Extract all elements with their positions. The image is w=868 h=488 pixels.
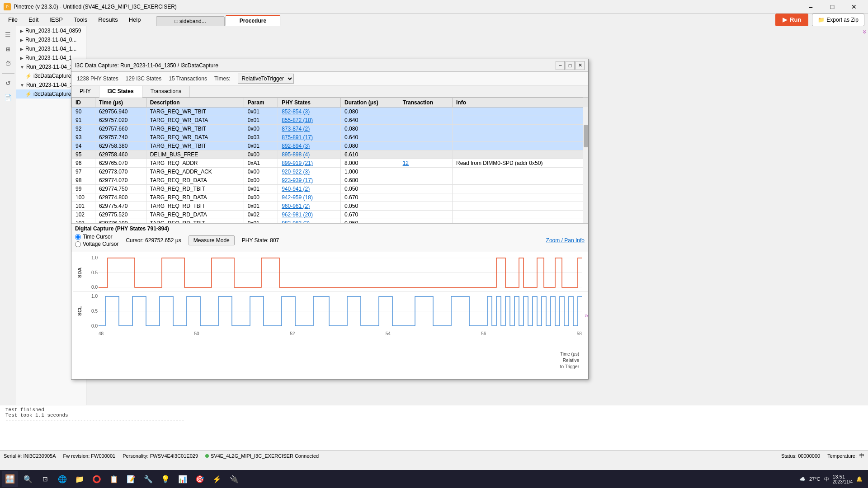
taskbar-edge[interactable]: 🌐: [54, 471, 71, 487]
taskbar-explorer[interactable]: 📁: [71, 471, 88, 487]
table-cell: 629774.800: [95, 193, 146, 202]
taskbar-app4[interactable]: 💡: [157, 471, 174, 487]
tool-refresh[interactable]: ↺: [1, 76, 15, 90]
table-cell: 0x00: [244, 168, 278, 176]
dialog-title-bar: I3C Data Capture: Run_2023-11-04_1350 / …: [86, 59, 588, 72]
start-button[interactable]: 🪟: [2, 471, 18, 487]
data-table: ID Time (μs) Description Param PHY State…: [86, 98, 588, 223]
x-tick-56: 56: [481, 331, 486, 336]
menu-help[interactable]: Help: [124, 14, 146, 25]
sidebar-label-2: Run_2023-11-04_1...: [25, 46, 76, 52]
table-cell: 0.680: [341, 176, 399, 185]
phy-link[interactable]: 895-898 (4): [282, 151, 310, 158]
dialog-minimize[interactable]: ‒: [556, 61, 565, 70]
tool-clock[interactable]: ⏱: [1, 57, 15, 70]
phy-link[interactable]: 923-939 (17): [282, 177, 313, 183]
phy-link[interactable]: 875-891 (17): [282, 134, 313, 141]
taskbar-chrome[interactable]: ⭕: [89, 471, 105, 487]
table-cell: [399, 150, 452, 159]
sidebar-item-2[interactable]: ▶ Run_2023-11-04_1...: [16, 44, 86, 53]
table-cell: [453, 176, 588, 185]
table-cell: 100: [86, 193, 95, 202]
cursor-value: Cursor: 629752.652 μs: [126, 237, 181, 244]
window-title: Pinetree (v 23.3.0) - Untitled (SV4E_4L2…: [14, 4, 177, 10]
times-select[interactable]: RelativeToTrigger: [238, 74, 294, 84]
scl-canvas[interactable]: [99, 292, 582, 330]
taskbar-app7[interactable]: ⚡: [209, 471, 225, 487]
tab-transactions[interactable]: Transactions: [142, 86, 190, 97]
phy-link[interactable]: 855-872 (18): [282, 117, 313, 123]
table-cell: 629758.460: [95, 150, 146, 159]
tool-hamburger[interactable]: ☰: [1, 28, 15, 42]
trans-link[interactable]: 12: [403, 160, 409, 166]
right-chevron-top[interactable]: »: [860, 28, 868, 36]
phy-link[interactable]: 940-941 (2): [282, 186, 310, 192]
sidebar-item-0[interactable]: ▶ Run_2023-11-04_0859: [16, 26, 86, 35]
phy-link[interactable]: 982-983 (2): [282, 220, 310, 223]
table-cell: 8.000: [341, 159, 399, 168]
dialog-maximize[interactable]: □: [566, 61, 575, 70]
time-cursor-radio[interactable]: Time Cursor: [86, 234, 118, 240]
measure-mode-button[interactable]: Measure Mode: [189, 235, 235, 245]
x-tick-52: 52: [290, 331, 295, 336]
table-cell: 0.670: [341, 211, 399, 219]
phy-link[interactable]: 892-894 (3): [282, 143, 310, 149]
taskbar-app3[interactable]: 🔧: [140, 471, 156, 487]
close-button[interactable]: ✕: [844, 0, 864, 14]
voltage-cursor-radio[interactable]: Voltage Cursor: [86, 241, 118, 247]
phy-link[interactable]: 962-981 (20): [282, 211, 313, 218]
taskbar-app5[interactable]: 📊: [175, 471, 191, 487]
tab-i3c-states[interactable]: I3C States: [99, 86, 142, 98]
tool-doc[interactable]: 📄: [1, 91, 15, 104]
phy-link[interactable]: 873-874 (2): [282, 126, 310, 132]
taskbar-right: ☁️ 27°C 中 13:51 2023/11/4 🔔: [799, 474, 866, 484]
export-button[interactable]: 📁 Export as Zip: [812, 14, 864, 26]
tab-sidebar-controller[interactable]: □ sideband...: [156, 16, 224, 26]
phy-link[interactable]: 899-919 (21): [282, 160, 313, 166]
sidebar-label-4: Run_2023-11-04_1...: [26, 64, 77, 70]
taskbar-app1[interactable]: 📋: [106, 471, 122, 487]
menu-iesp[interactable]: IESP: [45, 14, 67, 25]
taskbar-app6[interactable]: 🎯: [192, 471, 208, 487]
run-button[interactable]: ▶ Run: [775, 14, 808, 26]
maximize-button[interactable]: □: [822, 0, 843, 14]
tab-procedure[interactable]: Procedure: [226, 15, 280, 26]
tab-phy[interactable]: PHY: [86, 86, 99, 97]
sidebar-item-1[interactable]: ▶ Run_2023-11-04_0...: [16, 35, 86, 44]
table-cell: 93: [86, 133, 95, 142]
right-chevrons[interactable]: »: [585, 312, 588, 319]
taskbar-app8[interactable]: 🔌: [226, 471, 242, 487]
menu-tools[interactable]: Tools: [69, 14, 92, 25]
taskbar-app2[interactable]: 📝: [123, 471, 139, 487]
taskbar-task-view[interactable]: ⊡: [37, 471, 53, 487]
menu-results[interactable]: Results: [94, 14, 122, 25]
phy-link[interactable]: 852-854 (3): [282, 108, 310, 115]
phy-link[interactable]: 942-959 (18): [282, 194, 313, 201]
table-cell: 0.080: [341, 142, 399, 150]
left-toolbar: ☰ ⊞ ⏱ ↺ 📄: [0, 26, 16, 450]
waveform-area: SDA 1.0 0.5 0.0: [86, 252, 588, 379]
table-cell: [399, 125, 452, 133]
table-cell: TARG_REQ_WR_TBIT: [146, 108, 244, 116]
menu-file[interactable]: File: [4, 14, 22, 25]
dialog-close[interactable]: ✕: [576, 61, 585, 70]
table-cell: 629774.750: [95, 185, 146, 193]
digital-capture-title: Digital Capture (PHY States 791-894): [86, 225, 169, 232]
minimize-button[interactable]: ‒: [800, 0, 821, 14]
connected-status: SV4E_4L2G_MIPI_I3C_EXERCISER Connected: [211, 453, 319, 459]
taskbar-notification[interactable]: 🔔: [856, 476, 863, 482]
data-table-wrapper[interactable]: ID Time (μs) Description Param PHY State…: [86, 98, 588, 223]
menu-edit[interactable]: Edit: [24, 14, 43, 25]
status-value: Status: 00000000: [781, 453, 820, 459]
console-line-2: ----------------------------------------…: [86, 418, 861, 423]
x-tick-48: 48: [99, 331, 104, 336]
phy-states-count: 1238 PHY States: [86, 75, 118, 82]
tool-grid[interactable]: ⊞: [1, 42, 15, 56]
sda-canvas[interactable]: [99, 253, 582, 291]
zoom-pan-link[interactable]: Zoom / Pan Info: [546, 237, 585, 244]
taskbar-search[interactable]: 🔍: [20, 471, 36, 487]
taskbar-lang: 中: [824, 476, 829, 483]
col-id: ID: [86, 98, 95, 108]
phy-link[interactable]: 960-961 (2): [282, 203, 310, 209]
phy-link[interactable]: 920-922 (3): [282, 169, 310, 175]
